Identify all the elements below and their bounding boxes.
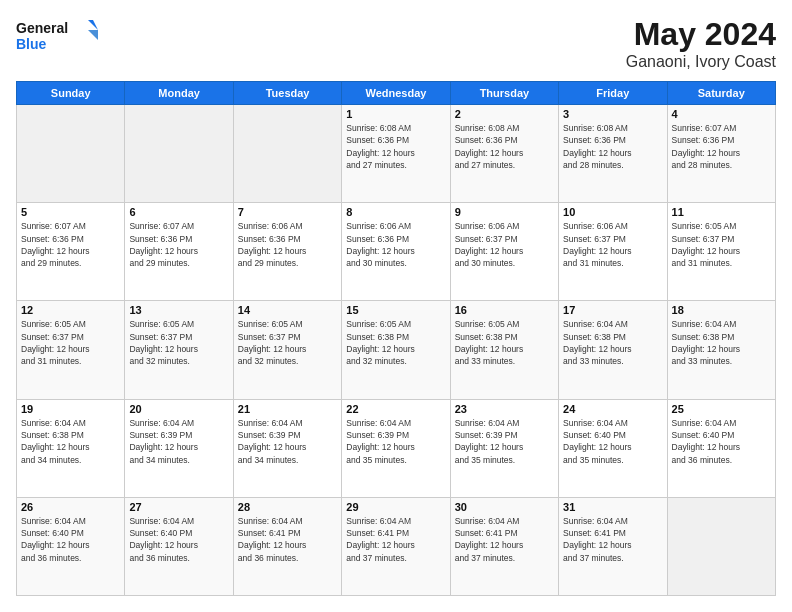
day-info: Sunrise: 6:06 AMSunset: 6:37 PMDaylight:… xyxy=(563,220,662,269)
day-number: 26 xyxy=(21,501,120,513)
table-row: 4Sunrise: 6:07 AMSunset: 6:36 PMDaylight… xyxy=(667,105,775,203)
table-row: 28Sunrise: 6:04 AMSunset: 6:41 PMDayligh… xyxy=(233,497,341,595)
day-number: 18 xyxy=(672,304,771,316)
col-monday: Monday xyxy=(125,82,233,105)
table-row: 20Sunrise: 6:04 AMSunset: 6:39 PMDayligh… xyxy=(125,399,233,497)
day-number: 17 xyxy=(563,304,662,316)
day-info: Sunrise: 6:04 AMSunset: 6:41 PMDaylight:… xyxy=(238,515,337,564)
table-row: 19Sunrise: 6:04 AMSunset: 6:38 PMDayligh… xyxy=(17,399,125,497)
day-number: 31 xyxy=(563,501,662,513)
table-row: 25Sunrise: 6:04 AMSunset: 6:40 PMDayligh… xyxy=(667,399,775,497)
day-info: Sunrise: 6:07 AMSunset: 6:36 PMDaylight:… xyxy=(672,122,771,171)
day-number: 19 xyxy=(21,403,120,415)
table-row: 5Sunrise: 6:07 AMSunset: 6:36 PMDaylight… xyxy=(17,203,125,301)
table-row: 27Sunrise: 6:04 AMSunset: 6:40 PMDayligh… xyxy=(125,497,233,595)
table-row: 1Sunrise: 6:08 AMSunset: 6:36 PMDaylight… xyxy=(342,105,450,203)
table-row: 3Sunrise: 6:08 AMSunset: 6:36 PMDaylight… xyxy=(559,105,667,203)
table-row: 18Sunrise: 6:04 AMSunset: 6:38 PMDayligh… xyxy=(667,301,775,399)
table-row: 16Sunrise: 6:05 AMSunset: 6:38 PMDayligh… xyxy=(450,301,558,399)
table-row: 23Sunrise: 6:04 AMSunset: 6:39 PMDayligh… xyxy=(450,399,558,497)
day-number: 4 xyxy=(672,108,771,120)
table-row: 24Sunrise: 6:04 AMSunset: 6:40 PMDayligh… xyxy=(559,399,667,497)
day-info: Sunrise: 6:07 AMSunset: 6:36 PMDaylight:… xyxy=(129,220,228,269)
day-number: 13 xyxy=(129,304,228,316)
table-row: 26Sunrise: 6:04 AMSunset: 6:40 PMDayligh… xyxy=(17,497,125,595)
day-info: Sunrise: 6:04 AMSunset: 6:41 PMDaylight:… xyxy=(346,515,445,564)
table-row: 17Sunrise: 6:04 AMSunset: 6:38 PMDayligh… xyxy=(559,301,667,399)
day-number: 10 xyxy=(563,206,662,218)
day-info: Sunrise: 6:05 AMSunset: 6:38 PMDaylight:… xyxy=(346,318,445,367)
day-number: 8 xyxy=(346,206,445,218)
col-sunday: Sunday xyxy=(17,82,125,105)
title-block: May 2024 Ganaoni, Ivory Coast xyxy=(626,16,776,71)
day-number: 25 xyxy=(672,403,771,415)
col-tuesday: Tuesday xyxy=(233,82,341,105)
day-info: Sunrise: 6:05 AMSunset: 6:38 PMDaylight:… xyxy=(455,318,554,367)
table-row: 8Sunrise: 6:06 AMSunset: 6:36 PMDaylight… xyxy=(342,203,450,301)
table-row: 7Sunrise: 6:06 AMSunset: 6:36 PMDaylight… xyxy=(233,203,341,301)
day-number: 11 xyxy=(672,206,771,218)
day-number: 28 xyxy=(238,501,337,513)
day-info: Sunrise: 6:04 AMSunset: 6:40 PMDaylight:… xyxy=(129,515,228,564)
table-row: 29Sunrise: 6:04 AMSunset: 6:41 PMDayligh… xyxy=(342,497,450,595)
svg-marker-3 xyxy=(88,30,98,40)
day-info: Sunrise: 6:04 AMSunset: 6:38 PMDaylight:… xyxy=(672,318,771,367)
table-row: 15Sunrise: 6:05 AMSunset: 6:38 PMDayligh… xyxy=(342,301,450,399)
table-row: 11Sunrise: 6:05 AMSunset: 6:37 PMDayligh… xyxy=(667,203,775,301)
day-info: Sunrise: 6:06 AMSunset: 6:36 PMDaylight:… xyxy=(238,220,337,269)
day-info: Sunrise: 6:04 AMSunset: 6:39 PMDaylight:… xyxy=(129,417,228,466)
table-row: 30Sunrise: 6:04 AMSunset: 6:41 PMDayligh… xyxy=(450,497,558,595)
day-info: Sunrise: 6:08 AMSunset: 6:36 PMDaylight:… xyxy=(455,122,554,171)
page: General Blue May 2024 Ganaoni, Ivory Coa… xyxy=(0,0,792,612)
calendar-week-1: 1Sunrise: 6:08 AMSunset: 6:36 PMDaylight… xyxy=(17,105,776,203)
day-number: 20 xyxy=(129,403,228,415)
main-title: May 2024 xyxy=(626,16,776,53)
day-number: 3 xyxy=(563,108,662,120)
header: General Blue May 2024 Ganaoni, Ivory Coa… xyxy=(16,16,776,71)
logo: General Blue xyxy=(16,16,106,56)
table-row: 9Sunrise: 6:06 AMSunset: 6:37 PMDaylight… xyxy=(450,203,558,301)
day-number: 24 xyxy=(563,403,662,415)
day-info: Sunrise: 6:08 AMSunset: 6:36 PMDaylight:… xyxy=(346,122,445,171)
calendar-week-2: 5Sunrise: 6:07 AMSunset: 6:36 PMDaylight… xyxy=(17,203,776,301)
table-row xyxy=(233,105,341,203)
day-number: 27 xyxy=(129,501,228,513)
logo-svg: General Blue xyxy=(16,16,106,56)
calendar-week-4: 19Sunrise: 6:04 AMSunset: 6:38 PMDayligh… xyxy=(17,399,776,497)
table-row xyxy=(125,105,233,203)
svg-text:General: General xyxy=(16,20,68,36)
day-info: Sunrise: 6:07 AMSunset: 6:36 PMDaylight:… xyxy=(21,220,120,269)
col-saturday: Saturday xyxy=(667,82,775,105)
day-number: 30 xyxy=(455,501,554,513)
day-info: Sunrise: 6:06 AMSunset: 6:36 PMDaylight:… xyxy=(346,220,445,269)
table-row: 31Sunrise: 6:04 AMSunset: 6:41 PMDayligh… xyxy=(559,497,667,595)
svg-marker-2 xyxy=(88,20,98,30)
calendar-week-5: 26Sunrise: 6:04 AMSunset: 6:40 PMDayligh… xyxy=(17,497,776,595)
table-row: 10Sunrise: 6:06 AMSunset: 6:37 PMDayligh… xyxy=(559,203,667,301)
subtitle: Ganaoni, Ivory Coast xyxy=(626,53,776,71)
table-row xyxy=(667,497,775,595)
table-row: 13Sunrise: 6:05 AMSunset: 6:37 PMDayligh… xyxy=(125,301,233,399)
table-row: 14Sunrise: 6:05 AMSunset: 6:37 PMDayligh… xyxy=(233,301,341,399)
day-number: 5 xyxy=(21,206,120,218)
table-row: 21Sunrise: 6:04 AMSunset: 6:39 PMDayligh… xyxy=(233,399,341,497)
col-wednesday: Wednesday xyxy=(342,82,450,105)
day-info: Sunrise: 6:04 AMSunset: 6:41 PMDaylight:… xyxy=(455,515,554,564)
day-number: 6 xyxy=(129,206,228,218)
calendar-header-row: Sunday Monday Tuesday Wednesday Thursday… xyxy=(17,82,776,105)
day-info: Sunrise: 6:05 AMSunset: 6:37 PMDaylight:… xyxy=(672,220,771,269)
day-number: 9 xyxy=(455,206,554,218)
day-info: Sunrise: 6:08 AMSunset: 6:36 PMDaylight:… xyxy=(563,122,662,171)
day-info: Sunrise: 6:04 AMSunset: 6:39 PMDaylight:… xyxy=(346,417,445,466)
day-info: Sunrise: 6:04 AMSunset: 6:38 PMDaylight:… xyxy=(563,318,662,367)
day-info: Sunrise: 6:05 AMSunset: 6:37 PMDaylight:… xyxy=(21,318,120,367)
day-info: Sunrise: 6:04 AMSunset: 6:40 PMDaylight:… xyxy=(563,417,662,466)
table-row: 6Sunrise: 6:07 AMSunset: 6:36 PMDaylight… xyxy=(125,203,233,301)
day-number: 7 xyxy=(238,206,337,218)
day-info: Sunrise: 6:04 AMSunset: 6:40 PMDaylight:… xyxy=(21,515,120,564)
day-number: 16 xyxy=(455,304,554,316)
day-info: Sunrise: 6:04 AMSunset: 6:40 PMDaylight:… xyxy=(672,417,771,466)
day-number: 14 xyxy=(238,304,337,316)
svg-text:Blue: Blue xyxy=(16,36,47,52)
col-thursday: Thursday xyxy=(450,82,558,105)
